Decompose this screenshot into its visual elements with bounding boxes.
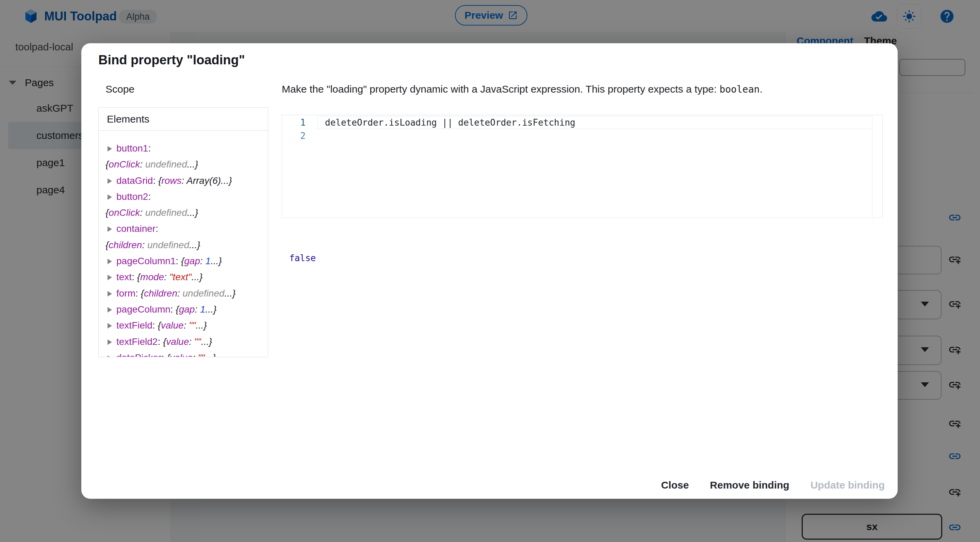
dialog-title: Bind property "loading": [98, 53, 245, 67]
editor-code: deleteOrder.isLoading || deleteOrder.isF…: [316, 116, 872, 129]
editor-gutter: 12: [282, 115, 316, 218]
expand-arrow-icon[interactable]: [108, 179, 112, 184]
scope-label: Scope: [105, 83, 134, 95]
editor-scrollbar-track: [872, 115, 872, 218]
dialog-description: Make the "loading" property dynamic with…: [282, 83, 762, 95]
expand-arrow-icon[interactable]: [108, 226, 112, 232]
line-number: 2: [282, 129, 316, 143]
dialog-actions: Close Remove binding Update binding: [653, 474, 893, 496]
remove-binding-button[interactable]: Remove binding: [702, 474, 797, 496]
expand-arrow-icon[interactable]: [108, 355, 112, 357]
scope-tree-line[interactable]: textField: {value: ""...}: [105, 317, 265, 333]
toolpad-app: MUI Toolpad Alpha Preview toolpad-local: [0, 0, 980, 542]
expand-arrow-icon[interactable]: [108, 275, 112, 280]
expand-arrow-icon[interactable]: [108, 340, 112, 345]
expand-arrow-icon[interactable]: [108, 323, 112, 328]
scope-tree-line[interactable]: datePicker: {value: ""...}: [105, 350, 265, 357]
scope-tree-line[interactable]: text: {mode: "text"...}: [105, 269, 265, 285]
expand-arrow-icon[interactable]: [108, 291, 112, 297]
scope-tree-line[interactable]: {children: undefined...}: [105, 237, 265, 253]
evaluation-result: false: [289, 253, 316, 263]
expand-arrow-icon[interactable]: [108, 259, 112, 264]
update-binding-button[interactable]: Update binding: [802, 474, 893, 496]
scope-tree-line[interactable]: textField2: {value: ""...}: [105, 334, 265, 350]
scope-elements-panel: Elements button1:{onClick: undefined...}…: [98, 107, 268, 357]
expand-arrow-icon[interactable]: [108, 146, 112, 151]
expand-arrow-icon[interactable]: [108, 307, 112, 312]
expand-arrow-icon[interactable]: [108, 194, 112, 200]
scope-tree-line[interactable]: button1:: [105, 140, 265, 156]
scope-tree-line[interactable]: container:: [105, 221, 265, 237]
elements-header: Elements: [99, 108, 268, 131]
bind-property-dialog: Bind property "loading" Scope Make the "…: [81, 43, 898, 499]
scope-tree-line[interactable]: dataGrid: {rows: Array(6)...}: [105, 172, 265, 189]
elements-tree: button1:{onClick: undefined...}dataGrid:…: [99, 131, 268, 357]
expected-type: boolean: [719, 84, 759, 95]
scope-tree-line[interactable]: {onClick: undefined...}: [105, 156, 265, 172]
scope-tree-line[interactable]: pageColumn1: {gap: 1...}: [105, 253, 265, 269]
scope-tree-line[interactable]: form: {children: undefined...}: [105, 285, 265, 301]
line-number: 1: [282, 116, 316, 129]
scope-tree-line[interactable]: {onClick: undefined...}: [105, 205, 265, 221]
code-line[interactable]: deleteOrder.isLoading || deleteOrder.isF…: [316, 116, 872, 129]
scope-tree-line[interactable]: button2:: [105, 189, 265, 205]
expression-editor[interactable]: 12 deleteOrder.isLoading || deleteOrder.…: [282, 115, 883, 218]
scope-tree-line[interactable]: pageColumn: {gap: 1...}: [105, 301, 265, 317]
close-button[interactable]: Close: [653, 474, 697, 496]
